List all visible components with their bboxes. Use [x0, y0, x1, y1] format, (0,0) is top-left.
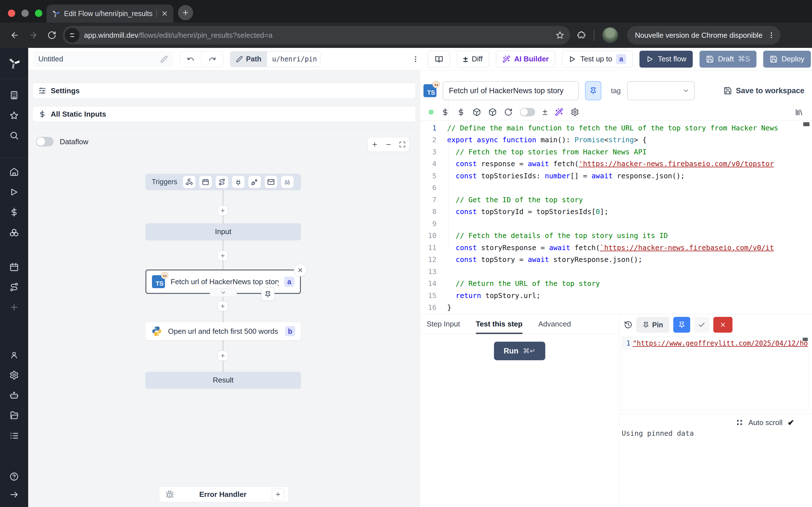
step-badge[interactable]: a [616, 54, 626, 64]
address-bar[interactable]: app.windmill.dev/flows/edit/u/henri/pin_… [63, 26, 570, 45]
sidebar-item-add-icon[interactable] [9, 302, 19, 312]
close-window-button[interactable] [8, 10, 15, 17]
schedule-trigger-button[interactable] [199, 176, 212, 188]
bookmark-star-icon[interactable] [555, 31, 564, 40]
sidebar-item-schedules-icon[interactable] [9, 262, 19, 272]
zoom-out-icon[interactable] [385, 141, 392, 148]
test-flow-button[interactable]: Test flow [640, 51, 693, 68]
sidebar-item-folders-icon[interactable] [9, 411, 19, 420]
sidebar-item-favorites-icon[interactable] [9, 111, 19, 120]
draft-button[interactable]: Draft⌘S [700, 51, 756, 68]
pin-step-button[interactable] [585, 81, 601, 100]
checkmark-icon[interactable]: ✔ [788, 418, 794, 427]
profile-avatar[interactable] [602, 27, 618, 43]
pin-active-button[interactable] [673, 317, 690, 333]
script-settings-icon[interactable] [571, 108, 579, 116]
diff-toggle[interactable] [520, 108, 535, 116]
deploy-button[interactable]: Deploy [763, 51, 811, 68]
http-route-trigger-button[interactable] [216, 176, 228, 188]
insert-step-button[interactable] [218, 251, 228, 261]
resources-icon[interactable] [457, 108, 465, 116]
tag-select[interactable] [627, 81, 695, 100]
sidebar-item-search-icon[interactable] [9, 131, 19, 140]
clear-pin-button[interactable] [713, 317, 732, 333]
step-a-node[interactable]: TS Fetch url of HackerNews top story a [146, 270, 301, 294]
tab-step-input[interactable]: Step Input [426, 314, 460, 334]
insert-step-button[interactable] [218, 206, 228, 216]
pin-button[interactable]: Pin [637, 317, 669, 333]
step-b-node[interactable]: Open url and fetch first 500 words of ..… [146, 322, 301, 340]
script-library-icon[interactable] [795, 108, 803, 116]
sidebar-item-resources-icon[interactable] [9, 228, 19, 238]
diff-mode[interactable]: ± [543, 107, 548, 117]
reload-button[interactable] [44, 27, 60, 43]
sidebar-item-runs-icon[interactable] [9, 187, 19, 197]
sidebar-item-ai-assistant-icon[interactable] [9, 391, 19, 400]
extensions-icon[interactable] [577, 31, 586, 40]
reload-icon[interactable] [504, 108, 513, 116]
insert-step-button[interactable] [218, 301, 228, 311]
expand-step-button[interactable] [210, 288, 237, 297]
site-settings-button[interactable] [65, 28, 80, 43]
fit-view-icon[interactable] [399, 141, 406, 148]
triggers-node[interactable]: Triggers [146, 174, 301, 190]
diff-button[interactable]: ±Diff [457, 51, 489, 68]
ai-builder-button[interactable]: AI Builder [496, 51, 555, 68]
pinned-indicator[interactable] [261, 287, 274, 301]
forward-button[interactable] [26, 27, 41, 43]
sidebar-item-expand-sidebar-icon[interactable] [9, 490, 19, 499]
editor-scrollbar[interactable] [803, 122, 809, 126]
error-handler-node[interactable]: Error Handler [159, 487, 289, 502]
websocket-trigger-button[interactable] [232, 176, 245, 188]
sidebar-item-workspace-icon[interactable] [9, 91, 19, 100]
browser-menu-icon[interactable] [767, 31, 775, 39]
step-title-input[interactable] [443, 81, 579, 100]
browser-tab[interactable]: Edit Flow u/henri/pin_results [47, 4, 173, 22]
run-button[interactable]: Run ⌘↵ [494, 342, 545, 360]
input-node[interactable]: Input [146, 223, 301, 240]
zoom-in-icon[interactable] [371, 141, 378, 148]
zoom-window-button[interactable] [35, 10, 42, 17]
accept-button[interactable] [694, 317, 709, 333]
editor-scrollbar[interactable] [803, 338, 808, 341]
delete-step-button[interactable] [294, 264, 307, 277]
poll-trigger-button[interactable] [281, 176, 294, 188]
more-options-button[interactable] [410, 52, 421, 67]
sidebar-item-help-icon[interactable] [9, 472, 19, 482]
sidebar-item-users-icon[interactable] [9, 350, 19, 360]
kafka-trigger-button[interactable] [248, 176, 261, 188]
all-static-inputs-row[interactable]: All Static Inputs [33, 106, 416, 122]
flow-settings-row[interactable]: Settings [33, 83, 416, 99]
expand-icon[interactable] [736, 419, 743, 426]
dataflow-toggle[interactable] [36, 137, 54, 147]
webhook-trigger-button[interactable] [183, 176, 195, 188]
ai-gen-icon[interactable] [555, 108, 563, 116]
sidebar-item-variables-icon[interactable] [9, 207, 19, 217]
sidebar-item-audit-logs-icon[interactable] [9, 431, 19, 441]
undo-button[interactable] [180, 52, 201, 67]
redo-button[interactable] [202, 52, 223, 67]
insert-step-button[interactable] [218, 351, 228, 361]
assets-icon[interactable] [488, 108, 497, 116]
tab-advanced[interactable]: Advanced [538, 314, 571, 334]
back-button[interactable] [7, 27, 22, 43]
flow-name-field[interactable]: Untitled [33, 51, 173, 67]
variables-icon[interactable] [441, 108, 449, 116]
pinned-data-editor[interactable]: 1 "https://www.geoffreylitt.com/2025/04/… [622, 337, 809, 410]
email-trigger-button[interactable] [265, 176, 277, 188]
docs-button[interactable] [428, 51, 450, 68]
close-tab-icon[interactable] [161, 10, 168, 17]
test-up-to-button[interactable]: Test up toa [562, 51, 633, 68]
dependencies-icon[interactable] [472, 108, 481, 116]
path-chip[interactable]: Path u/henri/pin [230, 51, 320, 67]
history-icon[interactable] [624, 321, 632, 329]
sidebar-item-triggers-icon[interactable] [9, 282, 19, 292]
tab-test-this-step[interactable]: Test this step [476, 314, 523, 334]
sidebar-item-settings-icon[interactable] [9, 371, 19, 380]
minimize-window-button[interactable] [21, 10, 29, 17]
result-node[interactable]: Result [146, 372, 301, 388]
new-tab-button[interactable] [178, 5, 193, 20]
code-editor[interactable]: 1// Define the main function to fetch th… [420, 121, 812, 314]
chrome-update-button[interactable]: Nouvelle version de Chrome disponible [627, 26, 780, 45]
sidebar-item-home-icon[interactable] [9, 167, 19, 177]
